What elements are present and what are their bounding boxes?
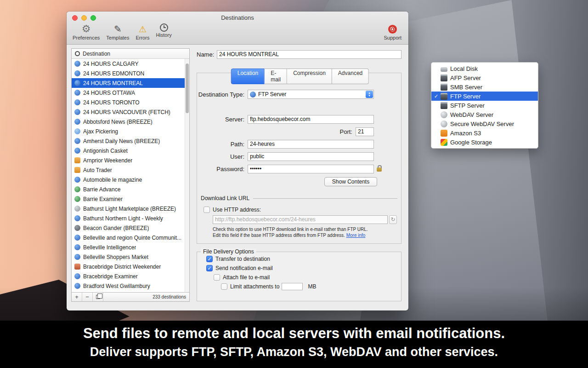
destination-row-antigonish-casket[interactable]: Antigonish Casket [72, 146, 189, 155]
server-input[interactable] [248, 115, 374, 124]
menu-item-label: Google Storage [450, 139, 492, 146]
more-info-link[interactable]: More info [346, 233, 366, 238]
destination-row-belleville-intelligencer[interactable]: Belleville Intelligencer [72, 242, 189, 252]
toolbar-button-templates[interactable]: Templates [103, 23, 132, 40]
menu-item-afp-server[interactable]: AFP Server [431, 73, 538, 82]
destination-row-bracebridge-district-weekender[interactable]: Bracebridge District Weekender [72, 262, 189, 271]
destination-icon [74, 148, 80, 154]
destination-row-amherst-daily-news-breeze[interactable]: Amherst Daily News (BREEZE) [72, 136, 189, 146]
menu-item-secure-webdav-server[interactable]: Secure WebDAV Server [431, 119, 538, 128]
destination-row-brampton-guardian[interactable]: Brampton Guardian [72, 291, 189, 292]
refresh-icon[interactable] [389, 215, 397, 224]
user-input[interactable] [248, 152, 374, 161]
menu-item-ftp-server[interactable]: ✓FTP Server [431, 92, 538, 101]
destination-row-abbotsford-news-breeze[interactable]: Abbotsford News (BREEZE) [72, 117, 189, 126]
destination-icon [74, 80, 80, 86]
destination-label: 24 HOURS EDMONTON [83, 70, 144, 77]
destination-row-arnprior-weekender[interactable]: Arnprior Weekender [72, 155, 189, 165]
http-url-input[interactable] [213, 215, 388, 224]
checkbox[interactable]: ✓ [206, 265, 213, 271]
destination-row-24-hours-vancouver-fetch[interactable]: 24 HOURS VANCOUVER (FETCH) [72, 107, 189, 117]
sidebar-footer: + − 233 destinations [72, 292, 189, 301]
destination-row-24-hours-toronto[interactable]: 24 HOURS TORONTO [72, 98, 189, 107]
menu-item-amazon-s3[interactable]: Amazon S3 [431, 128, 538, 138]
destination-row-ajax-pickering[interactable]: Ajax Pickering [72, 126, 189, 136]
toolbar-button-preferences[interactable]: Preferences [69, 23, 103, 40]
password-input[interactable] [248, 165, 374, 173]
destination-row-24-hours-edmonton[interactable]: 24 HOURS EDMONTON [72, 69, 189, 78]
server-icon [441, 93, 447, 100]
port-row: Port: [197, 127, 401, 136]
server-icon [441, 102, 447, 109]
menu-item-webdav-server[interactable]: WebDAV Server [431, 110, 538, 119]
destination-icon [74, 186, 80, 192]
help-line-2: Edit this field if the base HTTP address… [213, 232, 396, 238]
path-input[interactable] [248, 140, 374, 149]
port-label: Port: [197, 128, 356, 135]
menu-item-label: SMB Server [450, 84, 482, 91]
duplicate-destination-button[interactable] [93, 293, 103, 301]
destination-label: 24 HOURS OTTAWA [83, 90, 135, 96]
tab-compression[interactable]: Compression [287, 69, 332, 84]
checkbox[interactable]: ✓ [206, 256, 213, 262]
menu-item-label: Amazon S3 [450, 130, 481, 137]
destination-row-beacon-gander-breeze[interactable]: Beacon Gander (BREEZE) [72, 223, 189, 233]
toolbar-button-history[interactable]: History [153, 23, 175, 40]
destination-row-auto-trader[interactable]: Auto Trader [72, 165, 189, 175]
destination-row-belleville-shoppers-market[interactable]: Belleville Shoppers Market [72, 252, 189, 262]
menu-item-google-storage[interactable]: Google Storage [431, 138, 538, 147]
scrollbar-thumb[interactable] [186, 63, 189, 113]
tab-e-mail[interactable]: E-mail [265, 69, 287, 84]
menu-item-sftp-server[interactable]: SFTP Server [431, 101, 538, 110]
destination-row-barrie-advance[interactable]: Barrie Advance [72, 184, 189, 194]
destination-label: Amherst Daily News (BREEZE) [83, 138, 160, 144]
destination-row-24-hours-montreal[interactable]: 24 HOURS MONTREAL [72, 78, 189, 88]
destination-row-automobile-le-magazine[interactable]: Automobile le magazine [72, 175, 189, 184]
show-contents-button[interactable]: Show Contents [324, 177, 377, 186]
destination-row-bracebridge-examiner[interactable]: Bracebridge Examiner [72, 271, 189, 281]
sidebar-header[interactable]: Destination [72, 49, 189, 59]
menu-item-label: Local Disk [450, 65, 478, 72]
add-destination-button[interactable]: + [72, 293, 82, 301]
use-http-checkbox[interactable] [204, 207, 210, 213]
checkbox[interactable] [221, 283, 227, 290]
destination-row-belleville-and-region-quinte-communit[interactable]: Belleville and region Quinte Communit... [72, 233, 189, 242]
name-input[interactable] [217, 50, 401, 59]
remove-destination-button[interactable]: − [82, 293, 93, 301]
check-icon: ✓ [434, 93, 441, 99]
pencil-icon [114, 23, 122, 34]
delivery-option-limit-attachments-to: Limit attachments toMB [221, 282, 401, 291]
destination-label: Abbotsford News (BREEZE) [83, 119, 153, 125]
scrollbar-track[interactable] [185, 59, 189, 292]
menu-item-smb-server[interactable]: SMB Server [431, 82, 538, 92]
destination-row-bathurst-light-marketplace-breeze[interactable]: Bathurst Light Marketplace (BREEZE) [72, 204, 189, 213]
name-row: Name: [197, 50, 401, 59]
destination-row-bradford-west-gwillambury[interactable]: Bradford West Gwillambury [72, 281, 189, 291]
webdav-icon [441, 111, 447, 118]
destination-type-dropdown[interactable]: FTP Server ▲▼ [248, 90, 374, 99]
destination-row-24-hours-calgary[interactable]: 24 HOURS CALGARY [72, 59, 189, 69]
toolbar-button-support[interactable]: Support [380, 23, 405, 40]
limit-mb-input[interactable] [282, 283, 303, 290]
toolbar-button-errors[interactable]: Errors [132, 23, 153, 40]
destination-row-bathurst-northern-light-weekly[interactable]: Bathurst Northern Light - Weekly [72, 213, 189, 223]
destination-icon [74, 128, 80, 134]
checkbox[interactable] [214, 274, 220, 281]
toolbar-button-label: Preferences [73, 35, 100, 40]
tab-location[interactable]: Location [231, 69, 265, 84]
destination-label: Bracebridge District Weekender [83, 264, 161, 270]
destination-label: Barrie Examiner [83, 196, 123, 202]
checkbox-label: Attach file to e-mail [223, 274, 270, 281]
menu-item-label: Secure WebDAV Server [450, 121, 514, 127]
tab-advanced[interactable]: Advanced [332, 69, 369, 84]
port-input[interactable] [356, 127, 374, 136]
server-icon [441, 75, 447, 81]
destination-label: Belleville Shoppers Market [83, 254, 148, 260]
section-divider [253, 198, 397, 199]
globe-icon [75, 51, 80, 56]
menu-item-local-disk[interactable]: Local Disk [431, 64, 538, 73]
destination-row-barrie-examiner[interactable]: Barrie Examiner [72, 194, 189, 204]
destination-icon [74, 119, 80, 125]
caption-line-1: Send files to remote and local servers w… [0, 325, 588, 342]
destination-row-24-hours-ottawa[interactable]: 24 HOURS OTTAWA [72, 88, 189, 98]
